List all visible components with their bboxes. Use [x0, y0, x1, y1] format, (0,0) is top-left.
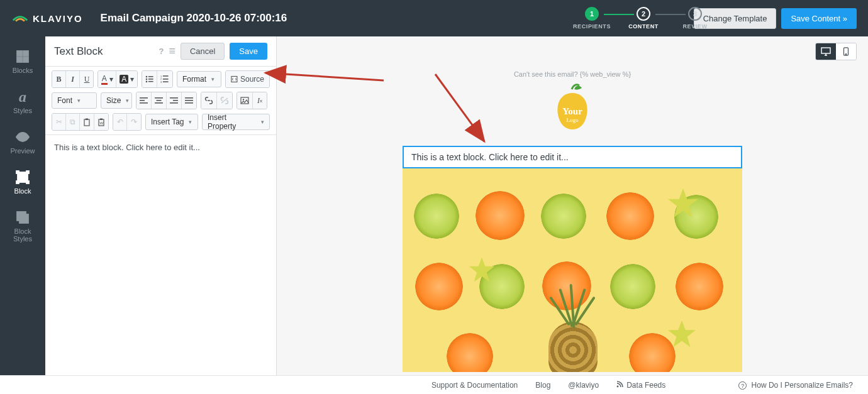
text-color-button[interactable]: A▾	[98, 71, 117, 87]
panel-title: Text Block	[54, 45, 103, 58]
svg-rect-7	[26, 171, 29, 173]
sidebar-item-blocks[interactable]: Blocks	[0, 43, 45, 83]
bold-button[interactable]: B	[52, 71, 66, 87]
block-editor-panel: Text Block ? ≡ Cancel Save B I U A▾	[45, 36, 277, 375]
klaviyo-mark-icon	[11, 11, 29, 26]
text-style-group: B I U	[52, 70, 94, 88]
svg-text:3: 3	[160, 80, 162, 84]
step-recipients[interactable]: 1 RECIPIENTS	[566, 7, 618, 30]
paste-word-button[interactable]: W	[94, 114, 108, 130]
device-switch	[815, 43, 857, 60]
svg-rect-6	[16, 171, 19, 173]
selected-text-block[interactable]: This is a text block. Click here to edit…	[403, 146, 742, 168]
svg-rect-35	[185, 100, 193, 101]
svg-rect-28	[155, 97, 163, 99]
svg-rect-29	[157, 100, 162, 101]
svg-marker-50	[668, 189, 698, 217]
paste-button[interactable]	[80, 114, 94, 130]
step-review[interactable]: 3 REVIEW	[669, 7, 721, 30]
insert-property-dropdown[interactable]: Insert Property▾	[202, 114, 270, 130]
source-button[interactable]: Source	[226, 71, 269, 87]
sidebar-item-preview[interactable]: Preview	[0, 123, 45, 163]
svg-rect-0	[17, 51, 22, 56]
format-dropdown[interactable]: Format▾	[177, 71, 221, 87]
svg-point-12	[146, 76, 148, 78]
apple-logo-icon: Your Logo	[549, 83, 596, 134]
sidebar-item-block[interactable]: Block	[0, 163, 45, 204]
mobile-view-button[interactable]	[836, 43, 856, 60]
left-sidebar: Blocks a Styles Preview Block Block Styl…	[0, 36, 45, 375]
preview-icon	[14, 129, 31, 145]
sidebar-item-block-styles[interactable]: Block Styles	[0, 204, 45, 251]
svg-rect-27	[140, 102, 148, 104]
italic-button[interactable]: I	[66, 71, 80, 87]
svg-rect-11	[19, 214, 28, 223]
svg-rect-19	[163, 75, 169, 77]
footer-support-link[interactable]: Support & Documentation	[431, 381, 518, 390]
save-button[interactable]: Save	[230, 43, 267, 60]
desktop-view-button[interactable]	[816, 43, 836, 60]
svg-rect-41	[86, 118, 88, 120]
step-content[interactable]: 2 CONTENT	[618, 7, 669, 30]
svg-point-4	[21, 135, 25, 139]
underline-button[interactable]: U	[80, 71, 94, 87]
source-group: Source	[225, 70, 270, 88]
sidebar-item-label: Styles	[13, 107, 32, 114]
block-icon	[14, 170, 31, 185]
clipboard-group: ✂ ⧉ W	[52, 113, 109, 131]
bullet-list-button[interactable]	[142, 71, 158, 87]
cancel-button[interactable]: Cancel	[181, 43, 225, 60]
footer-personalize-link[interactable]: ? How Do I Personalize Emails?	[738, 381, 853, 390]
sidebar-item-styles[interactable]: a Styles	[0, 83, 45, 123]
history-group: ↶ ↷	[113, 113, 142, 131]
insert-tag-dropdown[interactable]: Insert Tag▾	[145, 114, 198, 130]
email-canvas: Can't see this email? {% web_view %} You…	[277, 36, 868, 375]
align-left-button[interactable]	[136, 92, 152, 109]
svg-point-47	[845, 54, 846, 55]
clear-format-button[interactable]: Ix	[253, 92, 267, 109]
svg-rect-2	[17, 57, 22, 62]
svg-marker-52	[668, 320, 696, 347]
align-center-button[interactable]	[152, 92, 167, 109]
svg-point-14	[146, 79, 148, 80]
svg-text:Your: Your	[562, 106, 582, 116]
footer-blog-link[interactable]: Blog	[535, 381, 550, 390]
help-circle-icon: ?	[738, 381, 747, 390]
svg-rect-25	[140, 97, 148, 99]
color-group: A▾ A▾	[97, 70, 138, 88]
link-button[interactable]	[201, 92, 217, 109]
svg-point-16	[146, 81, 148, 83]
undo-button: ↶	[113, 114, 127, 130]
size-dropdown[interactable]: Size▾	[101, 92, 132, 109]
svg-rect-21	[163, 79, 169, 80]
copy-button: ⧉	[66, 114, 80, 130]
align-justify-button[interactable]	[182, 92, 196, 109]
web-view-link[interactable]: Can't see this email? {% web_view %}	[403, 70, 742, 78]
svg-rect-45	[821, 48, 830, 53]
svg-rect-8	[16, 181, 19, 183]
svg-rect-3	[23, 57, 28, 62]
sidebar-item-label: Preview	[10, 147, 35, 155]
help-icon[interactable]: ?	[159, 47, 164, 56]
styles-icon: a	[14, 89, 31, 104]
unlink-button	[217, 92, 232, 109]
top-header: KLAVIYO Email Campaign 2020-10-26 07:00:…	[0, 0, 868, 36]
align-group	[136, 92, 197, 109]
svg-rect-31	[170, 97, 178, 99]
svg-rect-40	[84, 119, 89, 126]
font-dropdown[interactable]: Font▾	[52, 92, 97, 109]
image-button[interactable]	[237, 92, 253, 109]
brand-name: KLAVIYO	[33, 13, 83, 24]
settings-lines-icon[interactable]: ≡	[169, 45, 175, 58]
brand-logo[interactable]: KLAVIYO	[11, 11, 83, 26]
footer-feeds-link[interactable]: Data Feeds	[616, 381, 665, 390]
rss-icon	[616, 381, 623, 390]
align-right-button[interactable]	[167, 92, 182, 109]
editor-text-area[interactable]: This is a text block. Click here to edit…	[45, 135, 276, 160]
svg-rect-43	[100, 118, 103, 120]
number-list-button[interactable]: 123	[157, 71, 172, 87]
hero-image	[403, 168, 742, 372]
save-content-button[interactable]: Save Content »	[781, 8, 857, 29]
footer-twitter-link[interactable]: @klaviyo	[568, 381, 599, 390]
highlight-button[interactable]: A▾	[116, 71, 136, 87]
